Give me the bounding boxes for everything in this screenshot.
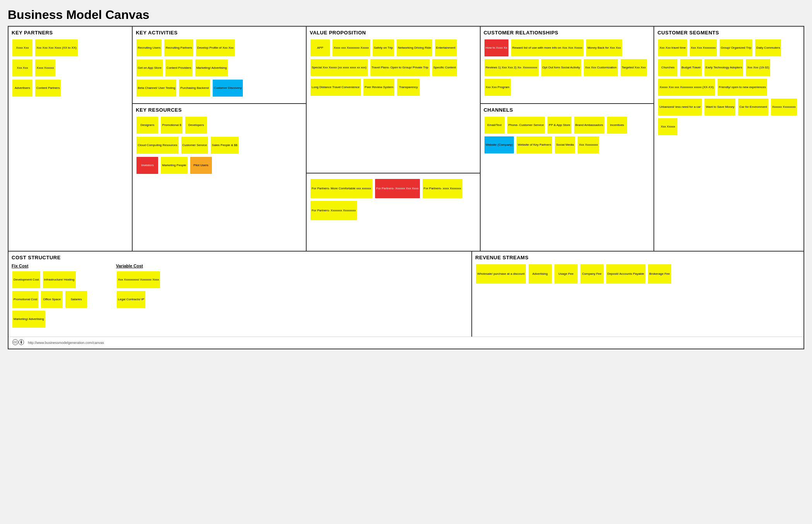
list-item: Cloud Computing Resources: [136, 137, 178, 154]
transparency-sticky: Transparency: [397, 79, 420, 96]
list-item: Xxx Xxx (19-32): [746, 59, 770, 76]
list-item: For Partners- xxxx Xxxxxxx: [423, 179, 462, 198]
list-item: Get on App Store: [136, 60, 162, 77]
list-item: Xxx Xxx travel time: [658, 39, 687, 56]
key-activities-row3: Beta Channel/ User Testing Purchasing Ba…: [136, 79, 303, 97]
variable-cost-stickies: Xxx Xxxxxxxxx/ Xxxxxxx Xxxx Legal Contra…: [116, 271, 178, 309]
vp-bottom: For Partners- More Comfortable xxx xxxxx…: [307, 174, 480, 251]
list-item: Car for Environment: [738, 99, 768, 116]
value-proposition-title: Value Proposition: [310, 30, 477, 36]
revenue-streams-title: Revenue Streams: [475, 255, 800, 260]
key-partners-cell: Key Partners Xxxx Xxx Xxx Xxx Xxx Xxxx (…: [9, 27, 133, 251]
list-item: PP & App Store: [548, 117, 571, 134]
list-item: Travel Plans- Open to Group/ Private Tri…: [370, 59, 430, 76]
for-partners-red-sticky: For Partners- Xxxxxx Xxx Xxxx: [375, 179, 420, 198]
list-item: Office Space: [41, 291, 63, 308]
list-item: Reward list of use with more info on Xxx…: [511, 39, 583, 56]
cr-channels-column: Customer Relationships How to Xxxx Xx Re…: [481, 27, 655, 251]
list-item: Development Cost: [12, 271, 40, 288]
list-item: Wholesale/ purchase at a discount: [476, 264, 525, 284]
list-item: Peer Review System: [363, 79, 394, 96]
list-item: Company Fee: [580, 264, 604, 284]
list-item: Designers: [136, 117, 158, 134]
footer: 🅭🅯 http://www.businessmodelgeneration.co…: [9, 337, 803, 349]
list-item: Reviews 1) Xxx Xxx 2) Xx- Xxxxxxxxx: [484, 59, 539, 76]
cs-title: Customer Segments: [657, 30, 800, 36]
list-item: Infrastructure/ Hosting: [43, 271, 76, 288]
list-item: Networking Driving Ride: [397, 39, 432, 56]
canvas-container: Key Partners Xxxx Xxx Xxx Xxx Xxx Xxxx (…: [8, 26, 804, 349]
channels-title: Channels: [484, 107, 651, 113]
list-item: Xxx Xxx Program: [484, 79, 511, 96]
list-item: For Partners- Xxxxxxx Xxxxxxxx: [310, 201, 357, 220]
key-activities-cell: Key Activities Recruiting Users Recruiti…: [133, 27, 306, 104]
list-item: Social Media: [555, 136, 575, 153]
list-item: Legal Contracts/ IP: [117, 291, 145, 308]
fix-cost-label: Fix Cost: [12, 264, 97, 268]
key-activities-title: Key Activities: [136, 30, 303, 36]
key-resources-row3: Investors Marketing People Pilot Users: [136, 156, 303, 175]
list-item: Early Technology Adopters: [705, 59, 744, 76]
value-proposition-cell: Value Proposition APP Xxxx xxx Xxxxxxxx …: [307, 27, 481, 251]
list-item: Budget Travel: [680, 59, 701, 76]
list-item: Xxxx xxx Xxxxxxxx Xxxxx: [333, 39, 370, 56]
list-item: Phone- Customer Service: [507, 117, 545, 134]
list-item: Purchasing Backend: [179, 80, 210, 97]
list-item: Xxxx Xxxxxx: [35, 60, 55, 77]
list-item: Xxxxxx Xxxxxxxx: [771, 99, 797, 116]
list-item: Advertising: [529, 264, 552, 284]
list-item: Xxx Xxxxx: [658, 118, 677, 135]
list-item: Special Xxx Xxxxx (xx xxxx xxxx xx xxx): [310, 59, 368, 76]
list-item: Pilot Users: [190, 157, 212, 174]
list-item: Promotional $: [161, 117, 183, 134]
list-item: Recruiting Users: [136, 39, 162, 56]
list-item: Specific Content: [432, 59, 457, 76]
daily-commuters-sticky: Daily Commuters: [755, 39, 781, 56]
long-distance-sticky: Long Distance Travel Convenience: [310, 79, 361, 96]
list-item: Content Providers: [165, 60, 193, 77]
list-item: Content Partners: [35, 80, 61, 97]
list-item: Website of Key Partners: [517, 136, 552, 153]
cs-stickies: Xxx Xxx travel time Xxx Xxx Xxxxxxxx Gro…: [657, 39, 800, 136]
customer-segments-cell: Customer Segments Xxx Xxx travel time Xx…: [654, 27, 803, 251]
customer-relationships-cell: Customer Relationships How to Xxxx Xx Re…: [481, 27, 654, 104]
list-item: Developers: [185, 117, 207, 134]
list-item: Group/ Organized Trip: [720, 39, 752, 56]
safety-on-trip-sticky: Safety on Trip: [373, 39, 394, 56]
list-item: Churches: [658, 59, 677, 76]
variable-cost-column: Variable Cost Xxx Xxxxxxxxx/ Xxxxxxx Xxx…: [116, 264, 178, 328]
list-item: Xxxx Xxx: [12, 39, 32, 56]
list-item: Beta Channel/ User Testing: [136, 80, 176, 97]
vp-top-stickies: APP Xxxx xxx Xxxxxxxx Xxxxx Safety on Tr…: [310, 39, 477, 97]
list-item: Incentives: [607, 117, 627, 134]
list-item: Advertisers: [12, 80, 32, 97]
main-grid: Key Partners Xxxx Xxx Xxx Xxx Xxx Xxxx (…: [9, 27, 803, 252]
list-item: Xxx Xxx Xxx Xxxx (XX to XX): [35, 39, 78, 56]
list-item: For Partners- More Comfortable xxx xxxxx…: [310, 179, 372, 198]
want-to-save-sticky: Want to Save Money: [705, 99, 735, 116]
list-item: Opt Out form Social Activity: [541, 59, 581, 76]
cr-title: Customer Relationships: [484, 30, 651, 36]
key-activities-row1: Recruiting Users Recruiting Partners Dev…: [136, 39, 303, 57]
promotional-cost-sticky: Promotional Cost: [12, 291, 38, 308]
channels-cell: Channels Email/Text Phone- Customer Serv…: [481, 104, 654, 174]
list-item: Xxx Xxx Customization: [584, 59, 618, 76]
revenue-stickies: Wholesale/ purchase at a discount Advert…: [475, 264, 800, 284]
website-company-sticky: Website (Company): [484, 136, 514, 153]
list-item: Targeted Xxx Xxx: [621, 59, 647, 76]
list-item: Email/Text: [484, 117, 505, 134]
cc-icon: 🅭🅯: [12, 339, 25, 346]
cost-structure-title: Cost Structure: [12, 255, 468, 260]
customer-discovery-sticky: Customer Discovery: [213, 80, 243, 97]
list-item: Brokerage Fee: [648, 264, 671, 284]
vp-bottom-stickies: For Partners- More Comfortable xxx xxxxx…: [310, 177, 477, 221]
investors-sticky: Investors: [136, 157, 158, 174]
list-item: APP: [310, 39, 330, 56]
list-item: Recruiting Partners: [164, 39, 193, 56]
list-item: Xxx Xxx Xxxxxxxx: [690, 39, 717, 56]
footer-url: http://www.businessmodelgeneration.com/c…: [28, 341, 104, 345]
list-item: Deposit/ Accounts Payable: [606, 264, 645, 284]
list-item: Develop Profile of Xxx Xxx: [196, 39, 235, 56]
fix-cost-column: Fix Cost Development Cost Infrastructure…: [12, 264, 97, 328]
list-item: Sales People & $$: [211, 137, 239, 154]
